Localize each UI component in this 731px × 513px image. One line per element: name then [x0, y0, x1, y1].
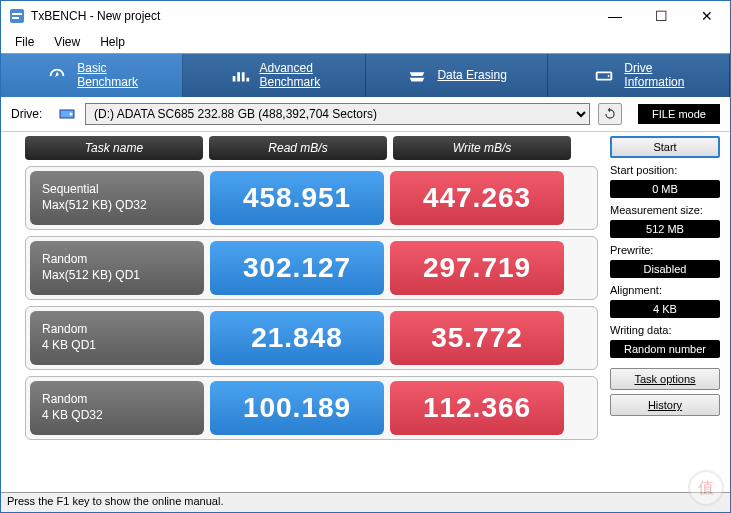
prewrite-label: Prewrite: — [610, 244, 720, 256]
measurement-size-value[interactable]: 512 MB — [610, 220, 720, 238]
statusbar: Press the F1 key to show the online manu… — [1, 492, 730, 512]
refresh-icon — [603, 107, 617, 121]
write-cell[interactable]: 35.772 — [390, 311, 564, 365]
svg-rect-2 — [12, 17, 19, 19]
app-icon — [9, 8, 25, 24]
tab-data-erasing[interactable]: Data Erasing — [366, 54, 548, 97]
tab-label: Drive Information — [624, 62, 684, 90]
chart-icon — [228, 64, 252, 88]
task-cell[interactable]: SequentialMax(512 KB) QD32 — [30, 171, 204, 225]
start-position-value[interactable]: 0 MB — [610, 180, 720, 198]
write-cell[interactable]: 297.719 — [390, 241, 564, 295]
alignment-value[interactable]: 4 KB — [610, 300, 720, 318]
tab-drive-information[interactable]: Drive Information — [548, 54, 730, 97]
read-cell[interactable]: 458.951 — [210, 171, 384, 225]
tab-label: Advanced Benchmark — [260, 62, 321, 90]
header-row: Task name Read mB/s Write mB/s — [25, 136, 598, 160]
start-position-label: Start position: — [610, 164, 720, 176]
disk-icon — [59, 106, 77, 122]
minimize-button[interactable]: — — [592, 1, 638, 31]
benchmark-table: Task name Read mB/s Write mB/s Sequentia… — [25, 136, 598, 446]
read-cell[interactable]: 100.189 — [210, 381, 384, 435]
titlebar: TxBENCH - New project — ☐ ✕ — [1, 1, 730, 31]
tab-advanced-benchmark[interactable]: Advanced Benchmark — [183, 54, 365, 97]
drive-select[interactable]: (D:) ADATA SC685 232.88 GB (488,392,704 … — [85, 103, 590, 125]
window-title: TxBENCH - New project — [31, 9, 592, 23]
file-mode-button[interactable]: FILE mode — [638, 104, 720, 124]
main-area: Task name Read mB/s Write mB/s Sequentia… — [1, 132, 730, 446]
svg-point-4 — [608, 75, 610, 77]
prewrite-value[interactable]: Disabled — [610, 260, 720, 278]
menu-view[interactable]: View — [46, 33, 88, 51]
task-cell[interactable]: RandomMax(512 KB) QD1 — [30, 241, 204, 295]
table-row: SequentialMax(512 KB) QD32 458.951 447.2… — [25, 166, 598, 230]
task-options-button[interactable]: Task options — [610, 368, 720, 390]
svg-rect-1 — [12, 13, 22, 15]
tab-basic-benchmark[interactable]: Basic Benchmark — [1, 54, 183, 97]
tab-label: Data Erasing — [437, 69, 506, 83]
menubar: File View Help — [1, 31, 730, 53]
erase-icon — [405, 64, 429, 88]
window-controls: — ☐ ✕ — [592, 1, 730, 31]
close-button[interactable]: ✕ — [684, 1, 730, 31]
header-read: Read mB/s — [209, 136, 387, 160]
refresh-button[interactable] — [598, 103, 622, 125]
writing-data-value[interactable]: Random number — [610, 340, 720, 358]
header-task: Task name — [25, 136, 203, 160]
task-cell[interactable]: Random4 KB QD32 — [30, 381, 204, 435]
gauge-icon — [45, 64, 69, 88]
menu-help[interactable]: Help — [92, 33, 133, 51]
tab-label: Basic Benchmark — [77, 62, 138, 90]
menu-file[interactable]: File — [7, 33, 42, 51]
svg-point-6 — [70, 113, 73, 116]
read-cell[interactable]: 21.848 — [210, 311, 384, 365]
drive-icon — [592, 64, 616, 88]
drive-bar: Drive: (D:) ADATA SC685 232.88 GB (488,3… — [1, 97, 730, 132]
svg-rect-0 — [10, 9, 24, 23]
write-cell[interactable]: 112.366 — [390, 381, 564, 435]
header-write: Write mB/s — [393, 136, 571, 160]
measurement-size-label: Measurement size: — [610, 204, 720, 216]
alignment-label: Alignment: — [610, 284, 720, 296]
writing-data-label: Writing data: — [610, 324, 720, 336]
task-cell[interactable]: Random4 KB QD1 — [30, 311, 204, 365]
write-cell[interactable]: 447.263 — [390, 171, 564, 225]
maximize-button[interactable]: ☐ — [638, 1, 684, 31]
start-button[interactable]: Start — [610, 136, 720, 158]
read-cell[interactable]: 302.127 — [210, 241, 384, 295]
drive-label: Drive: — [11, 107, 51, 121]
table-row: RandomMax(512 KB) QD1 302.127 297.719 — [25, 236, 598, 300]
sidebar: Start Start position: 0 MB Measurement s… — [610, 136, 720, 446]
table-row: Random4 KB QD1 21.848 35.772 — [25, 306, 598, 370]
history-button[interactable]: History — [610, 394, 720, 416]
tabstrip: Basic Benchmark Advanced Benchmark Data … — [1, 53, 730, 97]
table-row: Random4 KB QD32 100.189 112.366 — [25, 376, 598, 440]
